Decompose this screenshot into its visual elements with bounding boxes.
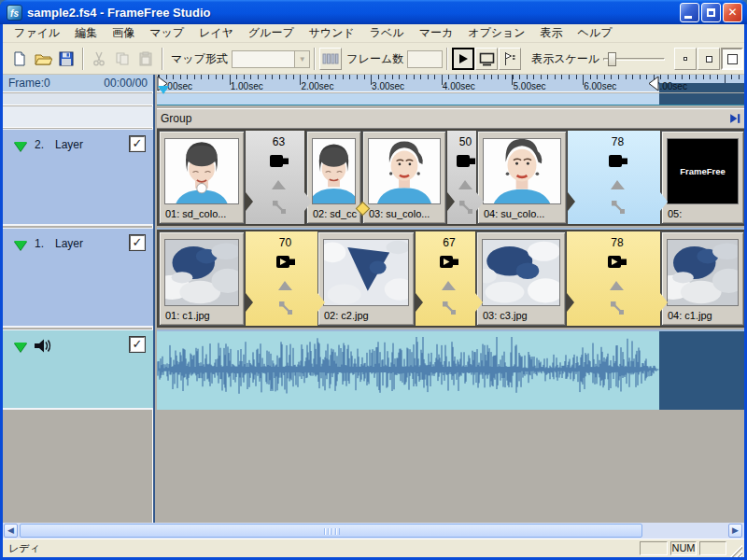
group-next-icon[interactable] (729, 113, 740, 124)
transition-cell[interactable]: 67 (416, 231, 483, 326)
ruler-tick-label: 7.00sec (655, 81, 687, 91)
transition-cell[interactable]: 63 (246, 131, 312, 224)
clip-cell[interactable]: 01: c1.jpg (159, 231, 245, 326)
layer-visibility-checkbox[interactable]: ✓ (130, 235, 145, 250)
status-message: レディ (3, 541, 640, 555)
size-small-button[interactable] (674, 48, 697, 70)
clip-filename: 03: su_colo... (363, 205, 445, 223)
resize-grip-icon[interactable] (730, 545, 742, 557)
playhead-icon[interactable] (158, 86, 169, 94)
clip-cell[interactable]: 01: sd_colo... (159, 131, 245, 224)
slider-thumb[interactable] (608, 52, 616, 66)
clip-thumbnail: FrameFree (667, 138, 739, 204)
group-lane-header (3, 106, 153, 128)
copy-button[interactable] (111, 48, 134, 70)
menubar: ファイル編集画像マップレイヤグループサウンドラベルマーカオプション表示ヘルプ (3, 24, 744, 43)
clip-cell[interactable]: 04: su_colo... (477, 131, 567, 224)
transport-button-group (452, 48, 522, 70)
menu-item-view[interactable]: 表示 (533, 23, 571, 43)
marker-pin-icon (502, 51, 517, 66)
clip-cell[interactable]: 03: c3.jpg (476, 231, 566, 326)
menu-item-file[interactable]: ファイル (7, 23, 67, 43)
menu-item-options[interactable]: オプション (460, 23, 532, 43)
marker-pin-button[interactable] (499, 48, 521, 70)
transition-cell[interactable]: 78 (567, 231, 668, 326)
sidebar-item-audio[interactable]: ✓ (3, 329, 153, 410)
save-icon (59, 51, 74, 66)
curve-icon (610, 177, 627, 194)
speaker-icon (33, 338, 53, 354)
menu-item-image[interactable]: 画像 (105, 23, 142, 43)
menu-item-group[interactable]: グループ (241, 23, 302, 43)
marker-track-out-of-range (659, 93, 744, 105)
transition-value: 78 (611, 236, 623, 249)
sidebar-item-layer-2[interactable]: 2. Layer ✓ (3, 129, 153, 226)
transition-value: 67 (443, 236, 455, 249)
map-format-select[interactable]: ▼ (232, 50, 310, 68)
close-button[interactable]: ✕ (723, 3, 742, 22)
open-button[interactable] (32, 48, 54, 70)
group-bar: Group (157, 108, 744, 129)
marker-track[interactable] (157, 93, 744, 105)
paste-button[interactable] (134, 48, 157, 70)
clip-cell[interactable]: 02: c2.jpg (317, 231, 415, 326)
frame-counter: Frame:0 (8, 77, 50, 90)
expand-triangle-icon[interactable] (14, 241, 27, 250)
sidebar-item-layer-1[interactable]: 1. Layer ✓ (3, 228, 153, 328)
menu-item-map[interactable]: マップ (142, 23, 191, 43)
ruler-tick-label: 6.00sec (584, 81, 616, 91)
clip-cell[interactable]: 02: sd_cc (306, 131, 361, 224)
clip-cell[interactable]: 04: c1.jpg (661, 231, 744, 326)
frames-button[interactable] (319, 48, 342, 70)
copy-icon (115, 51, 130, 66)
menu-item-layer[interactable]: レイヤ (191, 23, 241, 43)
minimize-button[interactable] (680, 3, 699, 22)
layer-visibility-checkbox[interactable]: ✓ (130, 136, 145, 151)
marker-lane-header (3, 93, 153, 105)
preview-button[interactable] (475, 48, 498, 70)
play-button[interactable] (452, 48, 474, 70)
curve-icon (441, 278, 458, 295)
menu-item-help[interactable]: ヘルプ (571, 23, 620, 43)
out-point-flag-icon[interactable] (647, 76, 659, 95)
layer-panel: Frame:0 00:00/00 2. Layer ✓ 1. Layer ✓ (3, 75, 155, 523)
expand-triangle-icon[interactable] (14, 142, 27, 151)
transition-cell[interactable]: 78 (568, 131, 668, 224)
scrollbar-thumb[interactable] (20, 524, 642, 538)
size-medium-button[interactable] (698, 48, 720, 70)
toolbar-separator (314, 48, 316, 70)
horizontal-scrollbar[interactable]: ◀ ▶ (3, 523, 744, 539)
menu-item-label[interactable]: ラベル (362, 23, 412, 43)
menu-item-marker[interactable]: マーカ (412, 23, 461, 43)
time-ruler[interactable]: 0.00sec1.00sec2.00sec3.00sec4.00sec5.00s… (157, 75, 744, 92)
audio-enable-checkbox[interactable]: ✓ (130, 337, 145, 352)
app-logo-icon[interactable]: fs (7, 5, 22, 21)
maximize-icon (707, 8, 715, 17)
cut-button[interactable] (88, 48, 110, 70)
layer-name: Layer (55, 138, 83, 151)
scroll-left-icon[interactable]: ◀ (4, 524, 18, 538)
new-button[interactable] (8, 48, 31, 70)
layer-index: 2. (35, 138, 44, 151)
maximize-button[interactable] (701, 3, 721, 22)
expand-triangle-icon[interactable] (14, 343, 27, 352)
frame-header: Frame:0 00:00/00 (3, 75, 153, 92)
time-counter: 00:00/00 (104, 77, 148, 90)
menu-item-sound[interactable]: サウンド (302, 23, 362, 43)
menu-item-edit[interactable]: 編集 (67, 23, 105, 43)
clip-cell[interactable]: FrameFree05: (661, 131, 744, 224)
frame-count-input[interactable] (407, 50, 443, 68)
save-button[interactable] (55, 48, 78, 70)
display-scale-slider[interactable] (603, 50, 665, 67)
transition-cell[interactable]: 70 (246, 231, 325, 326)
chevron-down-icon[interactable]: ▼ (294, 51, 309, 67)
clip-cell[interactable]: 03: su_colo... (362, 131, 446, 224)
link-icon (278, 301, 293, 319)
status-pane-num: NUM (670, 541, 697, 555)
size-large-button[interactable] (721, 48, 743, 70)
camera-icon (608, 154, 628, 172)
audio-waveform[interactable] (157, 331, 659, 410)
frame-count-label: フレーム数 (346, 51, 403, 67)
transition-value: 50 (459, 135, 472, 148)
scroll-right-icon[interactable]: ▶ (728, 524, 742, 538)
